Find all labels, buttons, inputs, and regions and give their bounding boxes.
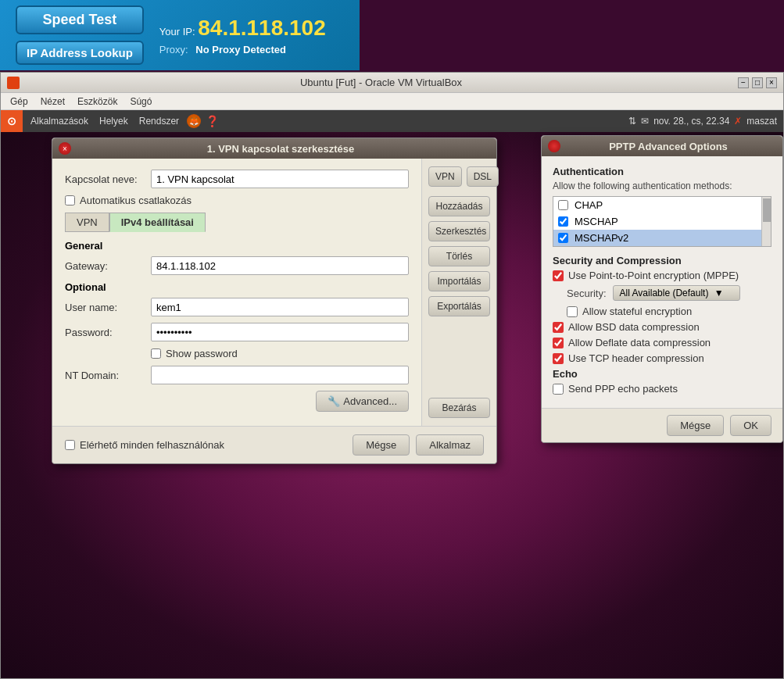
- ubuntu-panel-left: Alkalmazások Helyek Rendszer 🦊 ❓: [23, 114, 224, 128]
- pptp-titlebar: PPTP Advanced Options: [542, 136, 782, 156]
- menu-nezet[interactable]: Nézet: [34, 95, 71, 109]
- edit-button[interactable]: Szerkesztés: [428, 221, 490, 241]
- proxy-line: Proxy: No Proxy Detected: [159, 44, 326, 55]
- pptp-body: Authentication Allow the following authe…: [542, 156, 782, 408]
- add-button[interactable]: Hozzáadás: [428, 196, 490, 216]
- password-input[interactable]: [151, 323, 409, 341]
- ppp-echo-row: Send PPP echo packets: [553, 383, 771, 395]
- connection-name-input[interactable]: [151, 170, 409, 188]
- tab-vpn[interactable]: VPN: [65, 213, 109, 232]
- security-row: Security: All Available (Default) ▼: [553, 285, 771, 301]
- pptp-footer: Mégse OK: [542, 408, 782, 442]
- ip-lookup-button[interactable]: IP Address Lookup: [16, 41, 144, 65]
- connection-name-row: Kapcsolat neve:: [65, 170, 409, 188]
- security-label: Security:: [567, 288, 607, 299]
- ubuntu-logo[interactable]: ⊙: [1, 110, 23, 132]
- panel-user: ✗: [734, 116, 742, 127]
- username-input[interactable]: [151, 298, 409, 316]
- auto-connect-row: Automatikus csatlakozás: [65, 195, 409, 206]
- panel-firefox-icon[interactable]: 🦊: [187, 114, 201, 128]
- panel-datetime: nov. 28., cs, 22.34: [653, 116, 729, 127]
- restore-button[interactable]: □: [752, 77, 763, 88]
- ppp-echo-checkbox[interactable]: [553, 384, 564, 395]
- mschap-label: MSCHAP: [575, 216, 618, 227]
- pptp-auth-list: CHAP MSCHAP MSCHAPv2: [553, 196, 771, 247]
- panel-places[interactable]: Helyek: [96, 116, 131, 127]
- auth-section-title: Authentication: [553, 166, 771, 177]
- speed-test-button[interactable]: Speed Test: [16, 5, 144, 34]
- security-select[interactable]: All Available (Default) ▼: [613, 285, 740, 301]
- bsd-checkbox[interactable]: [553, 322, 564, 333]
- auth-scrollbar[interactable]: [761, 197, 771, 246]
- vpn-right-panel: VPN DSL Hozzáadás Szerkesztés Törlés Imp…: [421, 159, 496, 426]
- close-vpn-button[interactable]: Bezárás: [428, 398, 490, 418]
- nt-domain-row: NT Domain:: [65, 366, 409, 384]
- wrench-icon: 🔧: [328, 395, 340, 407]
- panel-system[interactable]: Rendszer: [136, 116, 182, 127]
- advanced-button[interactable]: 🔧 Advanced...: [316, 391, 409, 412]
- ubuntu-panel: ⊙ Alkalmazások Helyek Rendszer 🦊 ❓ ⇅ ✉ n…: [1, 110, 783, 132]
- apply-vpn-button[interactable]: Alkalmaz: [416, 434, 484, 456]
- vpn-body: Kapcsolat neve: Automatikus csatlakozás …: [52, 159, 496, 426]
- close-button[interactable]: ×: [766, 77, 777, 88]
- chap-checkbox[interactable]: [558, 200, 568, 210]
- gateway-label: Gateway:: [65, 260, 151, 272]
- vpn-dialog: × 1. VPN kapcsolat szerkesztése Kapcsola…: [52, 138, 497, 464]
- gateway-input[interactable]: [151, 256, 409, 275]
- mschap-checkbox[interactable]: [558, 216, 568, 227]
- minimize-button[interactable]: −: [738, 77, 749, 88]
- mschapv2-checkbox[interactable]: [558, 233, 568, 243]
- menu-gep[interactable]: Gép: [4, 95, 34, 109]
- mschapv2-label: MSCHAPv2: [575, 232, 628, 244]
- deflate-row: Allow Deflate data compression: [553, 337, 771, 348]
- security-value: All Available (Default): [620, 288, 709, 298]
- deflate-checkbox[interactable]: [553, 338, 564, 348]
- import-button[interactable]: Importálás: [428, 271, 490, 291]
- show-password-checkbox[interactable]: [151, 348, 161, 359]
- panel-username: maszat: [746, 116, 777, 127]
- auth-item-mschap: MSCHAP: [553, 213, 771, 230]
- nt-domain-input[interactable]: [151, 366, 409, 384]
- auto-connect-checkbox[interactable]: [65, 195, 75, 205]
- vbox-controls: − □ ×: [738, 77, 777, 88]
- bsd-label: Allow BSD data compression: [568, 321, 700, 333]
- username-label: User name:: [65, 302, 151, 313]
- proxy-value: No Proxy Detected: [195, 44, 286, 55]
- vbox-title: Ubuntu [Fut] - Oracle VM VirtualBox: [24, 77, 738, 88]
- auto-connect-label: Automatikus csatlakozás: [80, 195, 192, 206]
- pptp-cancel-button[interactable]: Mégse: [667, 415, 724, 436]
- use-mppe-checkbox[interactable]: [553, 270, 564, 281]
- stateful-checkbox[interactable]: [567, 306, 578, 317]
- tab-vpn-right[interactable]: VPN: [428, 166, 462, 187]
- available-all-checkbox[interactable]: [65, 440, 75, 450]
- panel-applications[interactable]: Alkalmazások: [27, 116, 91, 127]
- menu-sugo[interactable]: Súgó: [124, 95, 158, 109]
- menu-eszkozok[interactable]: Eszközök: [71, 95, 124, 109]
- panel-help-icon[interactable]: ❓: [206, 115, 219, 127]
- chap-label: CHAP: [575, 199, 603, 211]
- pptp-ok-button[interactable]: OK: [730, 415, 771, 436]
- vpn-title: 1. VPN kapcsolat szerkesztése: [71, 143, 490, 155]
- vpn-footer-buttons: Mégse Alkalmaz: [353, 434, 484, 456]
- password-label: Password:: [65, 327, 151, 338]
- vpn-close-button[interactable]: ×: [59, 142, 71, 155]
- tcp-label: Use TCP header compression: [568, 352, 704, 364]
- tcp-checkbox[interactable]: [553, 353, 564, 364]
- pptp-title: PPTP Advanced Options: [560, 141, 776, 152]
- nt-domain-label: NT Domain:: [65, 370, 151, 381]
- top-banner: Speed Test IP Address Lookup Your IP: 84…: [0, 0, 360, 70]
- tab-dsl-right[interactable]: DSL: [467, 166, 499, 187]
- gateway-row: Gateway:: [65, 256, 409, 275]
- optional-section-title: Optional: [65, 281, 409, 293]
- tab-ipv4[interactable]: IPv4 beállításai: [109, 213, 206, 232]
- auth-item-chap: CHAP: [553, 197, 771, 213]
- delete-button[interactable]: Törlés: [428, 246, 490, 266]
- show-password-label: Show password: [166, 348, 238, 359]
- connection-name-label: Kapcsolat neve:: [65, 173, 151, 185]
- password-row: Password:: [65, 323, 409, 341]
- vpn-dialog-footer: Elérhető minden felhasználónak Mégse Alk…: [52, 426, 496, 463]
- pptp-dialog: PPTP Advanced Options Authentication All…: [541, 135, 783, 443]
- pptp-close-button[interactable]: [548, 140, 560, 152]
- export-button[interactable]: Exportálás: [428, 296, 490, 316]
- cancel-vpn-button[interactable]: Mégse: [353, 434, 410, 456]
